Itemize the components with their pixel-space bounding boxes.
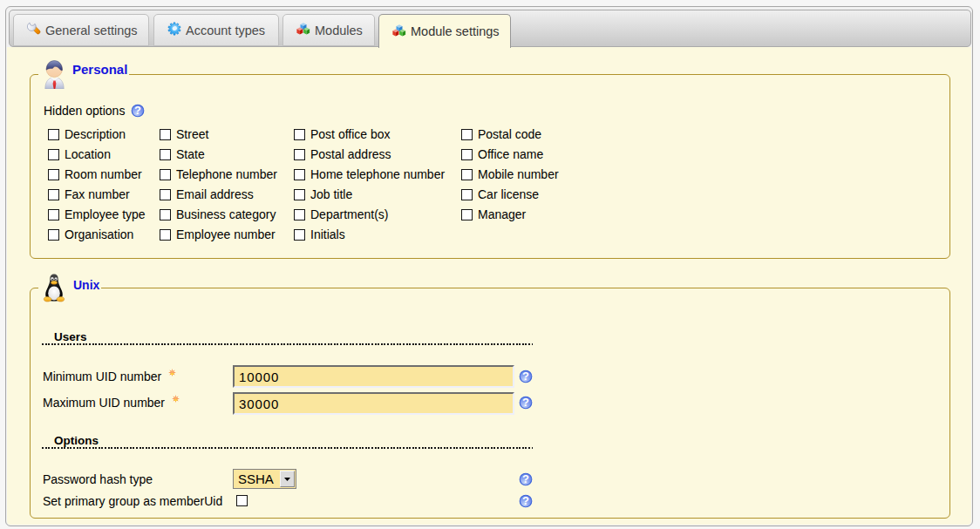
svg-text:?: ? (522, 494, 529, 507)
svg-text:?: ? (522, 396, 529, 409)
svg-text:?: ? (134, 104, 141, 117)
svg-text:?: ? (522, 370, 529, 383)
svg-text:?: ? (522, 472, 529, 485)
